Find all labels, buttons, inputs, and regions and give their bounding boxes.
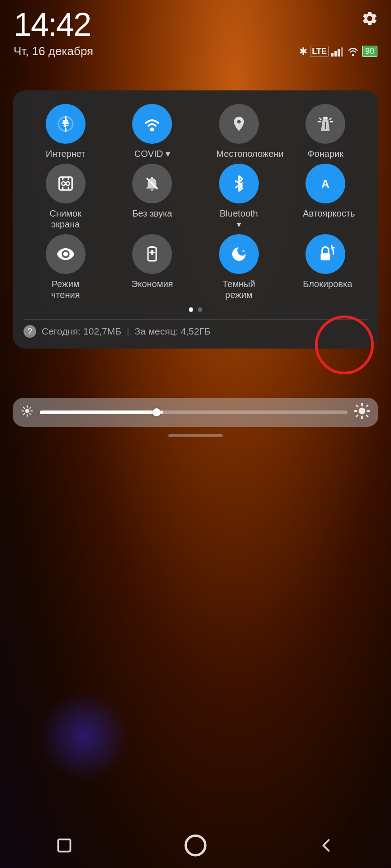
svg-point-29 [242, 250, 244, 252]
brightness-slider[interactable] [13, 398, 378, 427]
qs-circle-autobrightness: A [305, 164, 345, 203]
svg-point-51 [186, 835, 205, 855]
svg-line-11 [330, 118, 331, 119]
qs-label-bluetooth: Bluetooth ▾ [216, 208, 262, 230]
bluetooth-icon [230, 174, 248, 193]
qs-label-location: Местоположени [216, 148, 262, 159]
svg-line-38 [30, 413, 31, 414]
battery-save-icon [143, 245, 161, 264]
qs-label-autobrightness: Автояркость [303, 208, 348, 219]
eye-icon [56, 245, 75, 264]
data-month: За месяц: 4,52ГБ [134, 326, 210, 337]
svg-line-10 [320, 118, 321, 119]
wifi-icon [143, 114, 162, 133]
svg-line-48 [356, 415, 358, 416]
quick-settings-panel: Интернет COVID ▾ Местоположени [13, 90, 378, 349]
pagination-dots [24, 307, 367, 312]
date: Чт, 16 декабря [14, 44, 93, 58]
svg-rect-31 [321, 253, 330, 260]
svg-line-47 [367, 415, 368, 416]
qs-item-silent[interactable]: Без звука [110, 164, 195, 230]
svg-point-6 [150, 127, 154, 132]
qs-label-economy: Экономия [131, 278, 173, 289]
qs-item-flashlight[interactable]: Фонарик [284, 104, 368, 159]
status-bar: 14:42 Чт, 16 декабря ✱ LTE 90 [0, 0, 391, 58]
back-button[interactable] [315, 834, 338, 857]
internet-icon [56, 114, 75, 133]
qs-item-economy[interactable]: Экономия [110, 234, 195, 300]
svg-rect-1 [334, 51, 337, 57]
qs-item-location[interactable]: Местоположени [197, 104, 281, 159]
svg-line-40 [30, 407, 31, 408]
svg-rect-0 [331, 53, 334, 57]
qs-item-covid[interactable]: COVID ▾ [110, 104, 195, 159]
qs-label-block: Блокировка [303, 278, 348, 289]
brightness-high-icon [354, 403, 370, 422]
qs-label-darkmode: Темный режим [216, 278, 262, 300]
data-info-icon[interactable]: ? [24, 325, 36, 338]
screenshot-icon [57, 175, 74, 192]
qs-item-autobrightness[interactable]: A Автояркость [284, 164, 368, 230]
svg-point-19 [62, 182, 65, 185]
location-icon [230, 115, 248, 132]
svg-line-39 [24, 413, 24, 414]
qs-circle-darkmode [219, 234, 259, 274]
battery-icon: 90 [362, 46, 377, 57]
navigation-bar [0, 823, 391, 868]
brightness-low-icon [21, 405, 33, 420]
qs-label-covid: COVID ▾ [134, 148, 170, 159]
dot-1 [189, 307, 193, 312]
qs-circle-block [305, 234, 345, 274]
qs-label-readmode: Режим чтения [43, 278, 88, 300]
home-button[interactable] [182, 832, 209, 859]
qs-circle-internet [46, 104, 86, 144]
lock-rotation-icon [316, 245, 335, 264]
brightness-track[interactable] [40, 410, 348, 414]
qs-item-internet[interactable]: Интернет [24, 104, 108, 159]
quick-settings-grid: Интернет COVID ▾ Местоположени [24, 104, 367, 300]
qs-item-bluetooth[interactable]: Bluetooth ▾ [197, 164, 281, 230]
brightness-thumb [153, 408, 161, 416]
qs-label-flashlight: Фонарик [307, 148, 343, 159]
qs-item-block[interactable]: Блокировка [284, 234, 368, 300]
qs-item-readmode[interactable]: Режим чтения [24, 234, 108, 300]
dark-mode-icon [230, 245, 248, 263]
qs-item-screenshot[interactable]: Снимок экрана [24, 164, 108, 230]
brightness-fill [40, 410, 163, 414]
lte-status-icon: LTE [310, 46, 329, 57]
svg-line-46 [356, 405, 358, 406]
svg-rect-7 [324, 117, 328, 119]
svg-line-37 [24, 407, 24, 408]
wifi-status-icon [347, 47, 359, 57]
svg-rect-26 [150, 246, 154, 248]
data-divider: | [127, 326, 129, 337]
qs-circle-location [219, 104, 259, 144]
svg-point-32 [25, 409, 29, 413]
data-usage-row: ? Сегодня: 102,7МБ | За месяц: 4,52ГБ [24, 319, 367, 338]
svg-rect-2 [338, 49, 340, 57]
svg-point-20 [66, 182, 70, 185]
qs-label-screenshot: Снимок экрана [43, 208, 88, 230]
svg-point-41 [359, 407, 366, 414]
qs-circle-covid [132, 104, 172, 144]
svg-rect-3 [341, 47, 343, 57]
signal-icon [331, 47, 344, 57]
qs-circle-readmode [46, 234, 86, 274]
bell-silent-icon [143, 175, 161, 192]
drag-handle[interactable] [168, 434, 223, 437]
qs-circle-bluetooth [219, 164, 259, 203]
qs-circle-silent [132, 164, 172, 203]
qs-label-silent: Без звука [132, 208, 172, 219]
svg-point-30 [244, 253, 245, 255]
svg-text:A: A [321, 178, 329, 190]
flashlight-icon [317, 115, 334, 132]
qs-item-darkmode[interactable]: Темный режим [197, 234, 281, 300]
status-icons-group: ✱ LTE 90 [299, 46, 377, 57]
autobrightness-icon: A [316, 175, 334, 193]
qs-circle-screenshot [46, 164, 86, 203]
svg-line-49 [367, 405, 368, 406]
recent-apps-button[interactable] [53, 834, 76, 857]
qs-circle-economy [132, 234, 172, 274]
data-today: Сегодня: 102,7МБ [42, 326, 121, 337]
bluetooth-status-icon: ✱ [299, 46, 307, 57]
